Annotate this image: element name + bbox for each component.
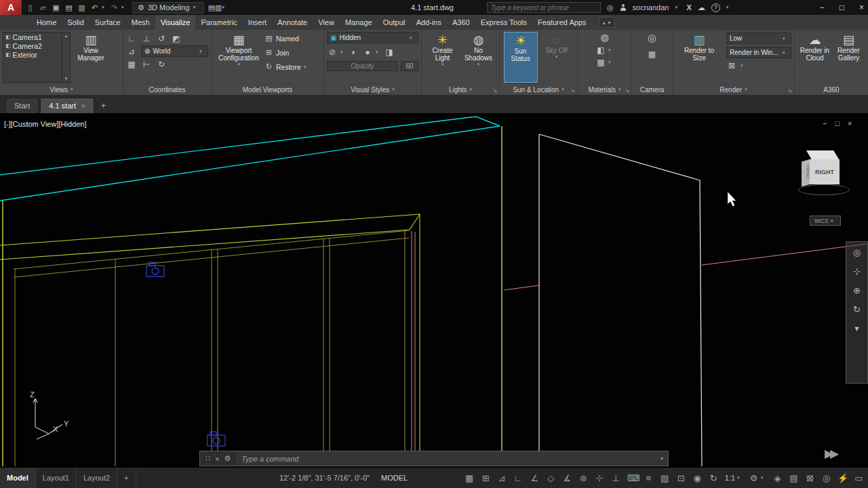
tab-visualize[interactable]: Visualize xyxy=(155,15,196,30)
face-color-icon[interactable]: ◨ xyxy=(384,47,395,57)
double-arrow-icon[interactable]: ▶▶ xyxy=(825,447,835,461)
scroll-down-icon[interactable]: ▾ xyxy=(65,76,68,81)
material-mapping-dropdown-icon[interactable]: ▾ xyxy=(608,47,614,53)
snap-mode-icon[interactable]: ⊞ xyxy=(481,473,491,483)
materials-panel-label[interactable]: Materials ▾ ↘ xyxy=(578,83,631,95)
tab-parametric[interactable]: Parametric xyxy=(195,15,242,30)
viewport-controls-label[interactable]: [-][Custom View][Hidden] xyxy=(4,120,86,128)
no-shadows-button[interactable]: ◍ No Shadows ▾ xyxy=(461,32,496,83)
materials-browser-icon[interactable]: ◍ xyxy=(599,32,610,43)
ucs-z-axis-icon[interactable]: ⊢ xyxy=(141,60,152,69)
sun-status-button[interactable]: ☀ Sun Status xyxy=(504,32,538,83)
edge-effects-dropdown-icon[interactable]: ▾ xyxy=(376,49,381,55)
ortho-mode-icon[interactable]: ∟ xyxy=(513,473,524,483)
layout-tab-layout1[interactable]: Layout1 xyxy=(36,468,77,488)
maximize-icon[interactable]: □ xyxy=(840,3,844,12)
viewcube-front-face[interactable]: FRONT xyxy=(802,159,810,186)
monitor-icon[interactable]: ▥ xyxy=(215,3,222,12)
render-to-size-button[interactable]: ▥ Render to Size xyxy=(675,32,723,83)
drawing-restore-icon[interactable]: □ xyxy=(835,119,840,127)
create-camera-icon[interactable]: ◎ xyxy=(647,32,658,44)
plot-icon[interactable]: ▥ xyxy=(76,3,87,12)
navbar-more-icon[interactable]: ▾ xyxy=(854,323,859,333)
annotation-autoscale-icon[interactable]: ↻ xyxy=(709,473,719,483)
join-viewports-button[interactable]: ⊞ Join xyxy=(263,47,311,58)
restore-viewports-button[interactable]: ↻ Restore ▾ xyxy=(263,62,311,72)
save-icon[interactable]: ▣ xyxy=(50,3,62,12)
infer-constraints-icon[interactable]: ⊿ xyxy=(497,473,507,483)
camera-glyph-upper[interactable] xyxy=(146,262,164,277)
command-close-icon[interactable]: × xyxy=(215,455,219,463)
dynamic-input-icon[interactable]: ⌨ xyxy=(627,473,637,483)
render-lock-dropdown-icon[interactable]: ▾ xyxy=(741,63,746,68)
visual-styles-panel-label[interactable]: Visual Styles ▾ xyxy=(324,83,421,95)
panel-launcher-icon[interactable]: ↘ xyxy=(625,87,629,94)
ucs-named-icon[interactable]: ⊿ xyxy=(126,47,137,56)
panel-launcher-icon[interactable]: ↘ xyxy=(570,87,575,94)
open-file-icon[interactable]: ▱ xyxy=(37,3,49,12)
transparency-icon[interactable]: ▨ xyxy=(660,473,670,483)
ribbon-display-toggle[interactable]: ▴ ▾ xyxy=(599,17,615,28)
viewport-configuration-button[interactable]: ▦ Viewport Configuration ▾ xyxy=(214,32,263,83)
render-gallery-button[interactable]: ▤ Render Gallery xyxy=(833,32,865,83)
panel-launcher-icon[interactable]: ↘ xyxy=(492,87,497,94)
minimize-icon[interactable]: − xyxy=(820,3,825,12)
render-destination-selector[interactable]: Render in Win... ▾ xyxy=(726,47,791,58)
drawing-canvas[interactable]: Z Y X xyxy=(0,113,868,468)
close-icon[interactable]: × xyxy=(859,3,864,12)
viewcube-top-face[interactable] xyxy=(806,150,839,159)
command-line[interactable]: ∷ × ⚙ Type a command ▾ xyxy=(199,451,669,466)
polar-tracking-icon[interactable]: ∠ xyxy=(530,473,540,483)
command-history-icon[interactable]: ▾ xyxy=(660,455,668,462)
camera-glyph-lower[interactable] xyxy=(208,432,225,446)
view-manager-button[interactable]: ▥ View Manager xyxy=(71,32,111,83)
named-viewports-button[interactable]: ▤ Named xyxy=(263,33,311,43)
viewcube-right-face[interactable]: RIGHT xyxy=(810,159,840,184)
annotation-monitor-icon[interactable]: ◈ xyxy=(772,473,783,483)
lineweight-icon[interactable]: ≡ xyxy=(644,473,654,483)
ucs-origin-icon[interactable]: ▦ xyxy=(126,60,137,69)
attach-by-layer-dropdown-icon[interactable]: ▾ xyxy=(608,60,614,65)
new-drawing-tab-button[interactable]: + xyxy=(96,98,112,113)
help-icon[interactable]: ? xyxy=(711,3,720,12)
annotation-scale-button[interactable]: 1:1 ▾ xyxy=(725,474,743,482)
file-tab-start[interactable]: Start xyxy=(5,98,39,113)
shaded-mode-icon[interactable]: ◐ xyxy=(349,47,359,57)
isometric-drafting-icon[interactable]: ◇ xyxy=(546,473,556,483)
grid-icon[interactable]: ▦ xyxy=(465,473,475,483)
document-icon[interactable]: ▤ xyxy=(208,3,215,12)
drawing-close-icon[interactable]: × xyxy=(848,119,852,127)
ucs-face-icon[interactable]: ◩ xyxy=(171,34,182,43)
object-snap-tracking-icon[interactable]: ∡ xyxy=(562,473,572,483)
quick-properties-icon[interactable]: ▤ xyxy=(789,473,799,483)
tab-annotate[interactable]: Annotate xyxy=(272,15,313,30)
username[interactable]: socnandan xyxy=(633,3,669,12)
lock-ui-icon[interactable]: ⊠ xyxy=(805,473,815,483)
lights-panel-label[interactable]: Lights ▾ ↘ xyxy=(422,83,499,95)
show-cameras-icon[interactable]: ▦ xyxy=(647,49,658,59)
tab-add-ins[interactable]: Add-ins xyxy=(411,15,447,30)
layout-tab-model[interactable]: Model xyxy=(0,468,36,488)
save-as-icon[interactable]: ▤ xyxy=(63,3,75,12)
new-file-icon[interactable]: ▯ xyxy=(24,3,36,12)
command-grip-icon[interactable]: ∷ xyxy=(205,454,210,463)
edge-effects-icon[interactable]: ● xyxy=(362,47,373,57)
3d-object-snap-icon[interactable]: ⊹ xyxy=(595,473,605,483)
orbit-icon[interactable]: ↻ xyxy=(853,304,861,314)
viewcube-compass-ring[interactable] xyxy=(798,184,850,195)
qat-customize-icon[interactable]: ▾ xyxy=(222,5,227,10)
tab-express-tools[interactable]: Express Tools xyxy=(475,15,532,30)
drawing-minimize-icon[interactable]: − xyxy=(823,119,827,127)
help-dropdown-icon[interactable]: ▾ xyxy=(726,5,732,10)
tab-solid[interactable]: Solid xyxy=(62,15,89,30)
tab-insert[interactable]: Insert xyxy=(243,15,273,30)
view-list-item-camera1[interactable]: ◧ Camera1 xyxy=(3,33,62,41)
command-input[interactable]: Type a command xyxy=(236,455,660,463)
coordinates-panel-label[interactable]: Coordinates xyxy=(123,83,211,95)
scroll-up-icon[interactable]: ▴ xyxy=(65,33,68,39)
zoom-icon[interactable]: ⊕ xyxy=(853,285,861,296)
render-in-cloud-button[interactable]: ☁ Render in Cloud xyxy=(798,32,832,83)
model-space-button[interactable]: MODEL xyxy=(381,474,408,482)
exchange-apps-icon[interactable]: X xyxy=(686,3,691,12)
file-tab-close-icon[interactable]: × xyxy=(81,98,85,114)
